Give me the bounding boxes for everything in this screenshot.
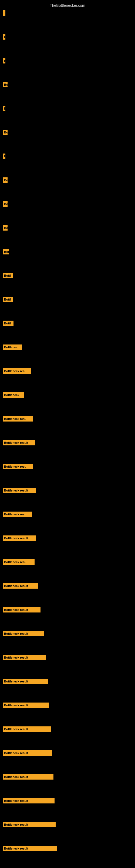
bar-label: Bottleneck result xyxy=(3,726,51,732)
bar-label: Bottleneck result xyxy=(3,750,52,756)
bar-label: Bottleneck result xyxy=(3,846,57,851)
bar-item: Bottl xyxy=(3,318,132,342)
bar-label xyxy=(3,10,5,16)
bar-label: Bot xyxy=(3,249,9,254)
bar-item: Bottleneck result xyxy=(3,533,132,557)
bar-label: B xyxy=(3,106,5,111)
bar-label: Bottleneck result xyxy=(3,655,46,660)
bar-label: Bo xyxy=(3,177,8,183)
bar-item: Bottleneck result xyxy=(3,605,132,629)
bar-item: Bottleneck result xyxy=(3,701,132,724)
bar-item: Bottleneck result xyxy=(3,653,132,677)
bar-item: Bottleneck result xyxy=(3,796,132,820)
bar-item: Bottleneck xyxy=(3,390,132,414)
bar-label: B xyxy=(3,154,5,159)
bar-label: B xyxy=(3,34,5,40)
bar-label: Bottleneck result xyxy=(3,535,36,541)
bar-item: Bottleneck resu xyxy=(3,557,132,581)
bar-label: Bottleneck result xyxy=(3,440,35,445)
bar-label: Bottleneck res xyxy=(3,368,31,374)
bar-item: Bottleneck resu xyxy=(3,414,132,438)
bar-item: Bo xyxy=(3,199,132,223)
bar-item: Bottleneck res xyxy=(3,509,132,533)
bar-label: B xyxy=(3,58,5,63)
bar-label: Bottleneck resu xyxy=(3,559,35,565)
bar-item: B xyxy=(3,151,132,175)
bar-label: Bottleneck res xyxy=(3,512,32,517)
bar-item: Bot xyxy=(3,247,132,271)
bar-item: Bottleneck res xyxy=(3,366,132,390)
bar-item: Bo xyxy=(3,175,132,199)
bars-container: BBBoBBoBBoBoBoBotBottlBottlBottlBottlene… xyxy=(0,8,135,867)
bar-item: Bottleneck result xyxy=(3,581,132,605)
bar-item: Bo xyxy=(3,127,132,151)
bar-item: Bottleneck result xyxy=(3,772,132,796)
bar-label: Bottleneck xyxy=(3,392,24,398)
bar-label: Bottleneck result xyxy=(3,798,54,803)
bar-item: Bottleneck result xyxy=(3,438,132,462)
bar-label: Bottleneck result xyxy=(3,583,38,589)
bar-label: Bottleneck result xyxy=(3,774,53,780)
bar-item: B xyxy=(3,32,132,56)
bar-item xyxy=(3,8,132,32)
bar-label: Bo xyxy=(3,225,8,230)
bar-item: Bottleneck result xyxy=(3,486,132,509)
bar-label: Bottl xyxy=(3,273,13,278)
bar-item: Bottl xyxy=(3,294,132,318)
bar-item: Bottleneck result xyxy=(3,748,132,772)
bar-item: B xyxy=(3,104,132,127)
bar-label: Bottleneck result xyxy=(3,488,36,493)
bar-label: Bo xyxy=(3,130,8,135)
bar-label: Bottleneck result xyxy=(3,607,41,613)
bar-item: Bottleneck result xyxy=(3,724,132,748)
bar-label: Bottl xyxy=(3,321,13,326)
bar-label: Bottleneck resu xyxy=(3,416,33,422)
bar-label: Bottleneck resu xyxy=(3,464,33,469)
bar-item: Bo xyxy=(3,223,132,247)
bar-item: Bo xyxy=(3,80,132,104)
bar-label: Bo xyxy=(3,201,8,207)
bar-item: Bottleneck result xyxy=(3,820,132,844)
bar-label: Bottleneck result xyxy=(3,822,56,827)
bar-label: Bottleneck result xyxy=(3,631,44,637)
bar-item: Bottl xyxy=(3,271,132,294)
bar-label: Bottl xyxy=(3,297,13,302)
bar-item: Bottleneck resu xyxy=(3,462,132,486)
bar-label: Bottleneck result xyxy=(3,679,48,684)
bar-label: Bottleneck result xyxy=(3,703,49,708)
bar-label: Bo xyxy=(3,82,8,87)
bar-label: Bottlenec xyxy=(3,344,22,350)
bar-item: Bottleneck result xyxy=(3,677,132,701)
bar-item: Bottlenec xyxy=(3,342,132,366)
bar-item: Bottleneck result xyxy=(3,844,132,867)
bar-item: B xyxy=(3,56,132,80)
bar-item: Bottleneck result xyxy=(3,629,132,653)
